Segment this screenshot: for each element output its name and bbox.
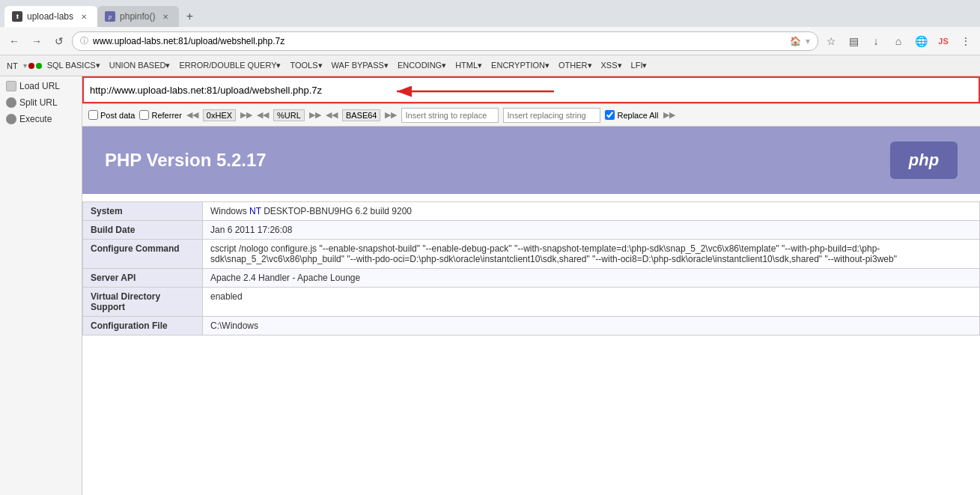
sidebar: Load URL Split URL Execute: [0, 76, 82, 495]
table-row: Virtual Directory Supportenabled: [83, 288, 980, 317]
table-cell-value: Apache 2.4 Handler - Apache Lounge: [203, 269, 980, 288]
table-cell-key: Server API: [83, 269, 203, 288]
toolbar-waf-bypass[interactable]: WAF BYPASS▾: [328, 59, 392, 72]
toolbar-lfi[interactable]: LFI▾: [627, 59, 651, 72]
toolbar-encryption[interactable]: ENCRYPTION▾: [487, 59, 553, 72]
tab-close-phpinfo[interactable]: ✕: [159, 10, 171, 22]
base64-right-arrow: ▶▶: [385, 110, 397, 120]
address-input[interactable]: [93, 36, 785, 46]
sidebar-load-url[interactable]: Load URL: [0, 78, 82, 94]
tab-label-phpinfo: phpinfo(): [120, 11, 155, 22]
url-encode-label: %URL: [273, 109, 305, 121]
toolbar-sql-basics[interactable]: SQL BASICS▾: [43, 59, 104, 72]
bottom-toolbar: Post data Referrer ◀◀ 0xHEX ▶▶ ◀◀ %URL ▶…: [82, 104, 980, 127]
referrer-label: Referrer: [151, 111, 181, 120]
split-url-label: Split URL: [19, 97, 58, 108]
tab-favicon-upload: ⬆: [12, 11, 22, 22]
table-row: Build DateJan 6 2011 17:26:08: [83, 221, 980, 240]
address-bar: ⓘ 🏠 ▾: [72, 31, 818, 51]
table-cell-key: Virtual Directory Support: [83, 288, 203, 317]
green-dot-indicator: [36, 63, 42, 69]
sqli-toolbar: NT ▾ SQL BASICS▾ UNION BASED▾ ERROR/DOUB…: [0, 55, 980, 76]
insert-string-input[interactable]: [401, 108, 499, 123]
menu-button[interactable]: JS: [934, 31, 953, 51]
tab-bar: ⬆ upload-labs ✕ p phpinfo() ✕ +: [0, 0, 980, 27]
tab-phpinfo[interactable]: p phpinfo() ✕: [97, 6, 179, 27]
toolbar-encoding[interactable]: ENCODING▾: [394, 59, 450, 72]
table-cell-value: cscript /nologo configure.js "--enable-s…: [203, 240, 980, 269]
toolbar-error-double-query[interactable]: ERROR/DOUBLE QUERY▾: [175, 59, 284, 72]
php-version-title: PHP Version 5.2.17: [105, 150, 267, 171]
home-button[interactable]: ⌂: [889, 31, 908, 51]
sidebar-split-url[interactable]: Split URL: [0, 94, 82, 111]
toolbar-union-based[interactable]: UNION BASED▾: [106, 59, 174, 72]
insert-replacing-input[interactable]: [503, 108, 600, 123]
toolbar-html[interactable]: HTML▾: [451, 59, 486, 72]
browser-chrome: ⬆ upload-labs ✕ p phpinfo() ✕ + ← → ↺ ⓘ …: [0, 0, 980, 76]
table-cell-value: enabled: [203, 288, 980, 317]
readinglist-button[interactable]: ▤: [844, 31, 863, 51]
reload-button[interactable]: ↺: [49, 31, 69, 51]
table-cell-value: Jan 6 2011 17:26:08: [203, 221, 980, 240]
table-row: Configure Commandcscript /nologo configu…: [83, 240, 980, 269]
table-cell-key: Configure Command: [83, 240, 203, 269]
red-dot-indicator: [28, 63, 34, 69]
tab-close-upload[interactable]: ✕: [78, 10, 90, 22]
hex-label: 0xHEX: [203, 109, 236, 121]
page-content: PHP Version 5.2.17 php SystemWindows NT …: [82, 127, 980, 495]
execute-label: Execute: [19, 114, 52, 124]
toolbar-xss[interactable]: XSS▾: [597, 59, 626, 72]
toolbar-tools[interactable]: TOOLS▾: [286, 59, 326, 72]
table-cell-value: C:\Windows: [203, 317, 980, 335]
table-cell-key: System: [83, 202, 203, 221]
url-area: Post data Referrer ◀◀ 0xHEX ▶▶ ◀◀ %URL ▶…: [82, 76, 980, 495]
hex-left-arrow: ◀◀: [186, 110, 198, 120]
tab-favicon-php: p: [105, 11, 115, 22]
tab-label-upload: upload-labs: [27, 11, 73, 22]
phpinfo-header: PHP Version 5.2.17 php: [82, 127, 980, 194]
base64-left-arrow: ◀◀: [326, 110, 338, 120]
nav-bar: ← → ↺ ⓘ 🏠 ▾ ☆ ▤ ↓ ⌂ 🌐 JS ⋮: [0, 27, 980, 55]
url-input[interactable]: [82, 76, 980, 103]
split-url-icon: [6, 97, 16, 108]
phpinfo-wrapper: PHP Version 5.2.17 php SystemWindows NT …: [82, 127, 980, 495]
replace-all-label[interactable]: Replace All: [605, 110, 658, 120]
tab-upload-labs[interactable]: ⬆ upload-labs ✕: [4, 6, 97, 27]
extensions-button[interactable]: 🌐: [911, 31, 931, 51]
download-button[interactable]: ↓: [866, 31, 886, 51]
php-logo-text: php: [909, 151, 939, 170]
load-url-label: Load URL: [19, 81, 60, 91]
post-data-label: Post data: [100, 111, 135, 120]
hex-right-arrow: ▶▶: [240, 110, 252, 120]
table-cell-key: Configuration File: [83, 317, 203, 335]
more-button[interactable]: ⋮: [956, 31, 976, 51]
table-cell-key: Build Date: [83, 221, 203, 240]
bookmark-icon: 🏠: [790, 36, 801, 46]
base64-label: BASE64: [342, 109, 381, 121]
toolbar-other[interactable]: OTHER▾: [555, 59, 596, 72]
sidebar-execute[interactable]: Execute: [0, 111, 82, 127]
post-data-checkbox-label[interactable]: Post data: [88, 110, 135, 120]
url-row-wrapper: [82, 76, 980, 104]
execute-icon: [6, 114, 16, 124]
secure-icon: ⓘ: [80, 35, 88, 46]
load-url-icon: [6, 81, 16, 91]
referrer-checkbox[interactable]: [139, 110, 149, 120]
post-data-checkbox[interactable]: [88, 110, 98, 120]
new-tab-button[interactable]: +: [179, 6, 200, 27]
bookmark-button[interactable]: ☆: [821, 31, 841, 51]
table-cell-value: Windows NT DESKTOP-BBNU9HG 6.2 build 920…: [203, 202, 980, 221]
main-layout: Load URL Split URL Execute: [0, 76, 980, 495]
toolbar-nt[interactable]: NT: [3, 60, 22, 72]
back-button[interactable]: ←: [4, 31, 24, 51]
table-row: SystemWindows NT DESKTOP-BBNU9HG 6.2 bui…: [83, 202, 980, 221]
table-row: Server APIApache 2.4 Handler - Apache Lo…: [83, 269, 980, 288]
table-row: Configuration FileC:\Windows: [83, 317, 980, 335]
replace-all-checkbox[interactable]: [605, 110, 615, 120]
referrer-checkbox-label[interactable]: Referrer: [139, 110, 181, 120]
phpinfo-table: SystemWindows NT DESKTOP-BBNU9HG 6.2 bui…: [82, 201, 980, 335]
phpinfo-table-wrapper: SystemWindows NT DESKTOP-BBNU9HG 6.2 bui…: [82, 194, 980, 343]
url-left-arrow: ◀◀: [257, 110, 269, 120]
url-right-arrow: ▶▶: [309, 110, 321, 120]
forward-button[interactable]: →: [27, 31, 46, 51]
